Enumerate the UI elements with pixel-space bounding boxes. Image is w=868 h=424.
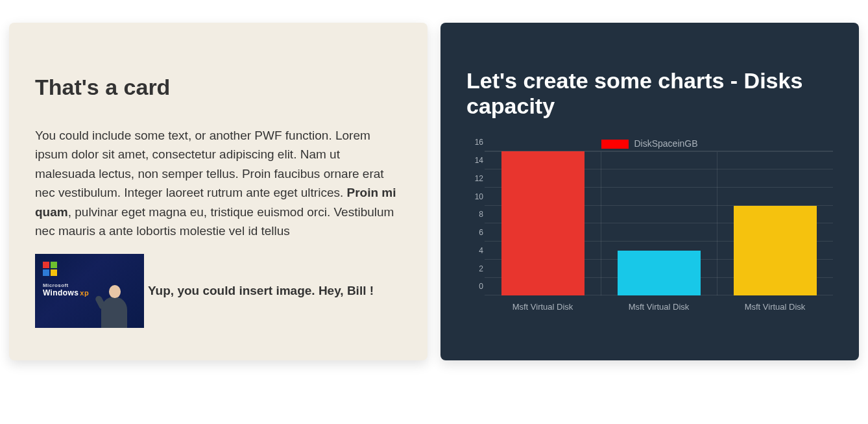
chart-bar-cell	[601, 152, 717, 295]
image-person-icon	[99, 282, 130, 328]
image-caption: Yup, you could insert image. Hey, Bill !	[148, 284, 374, 298]
chart-y-tick-label: 10	[475, 192, 483, 201]
chart-x-tick-label: Msft Virtual Disk	[601, 302, 717, 312]
chart-bar	[501, 151, 585, 295]
image-os-label: Microsoft Windowsxp	[43, 282, 89, 297]
chart-x-tick-label: Msft Virtual Disk	[717, 302, 833, 312]
card-title: That's a card	[35, 75, 402, 100]
chart-x-tick-label: Msft Virtual Disk	[485, 302, 601, 312]
chart-y-tick-label: 6	[479, 228, 483, 237]
chart-card: Let's create some charts - Disks capacit…	[440, 23, 859, 360]
chart-y-tick-label: 14	[475, 156, 483, 165]
chart-x-axis-labels: Msft Virtual DiskMsft Virtual DiskMsft V…	[485, 302, 833, 312]
page: That's a card You could include some tex…	[0, 0, 868, 386]
legend-label: DiskSpaceinGB	[634, 138, 697, 149]
image-line: Microsoft Windowsxp Yup, you could inser…	[35, 254, 402, 328]
text-card: That's a card You could include some tex…	[9, 23, 428, 360]
chart-bar-cell	[717, 152, 833, 295]
chart-y-axis-labels: 0246810121416	[466, 152, 483, 295]
image-os-word: Windows	[43, 288, 78, 297]
chart-y-tick-label: 8	[479, 210, 483, 219]
image-os-suffix: xp	[78, 289, 89, 297]
chart-title: Let's create some charts - Disks capacit…	[466, 68, 833, 119]
chart-y-tick-label: 0	[479, 282, 483, 291]
chart-bars	[485, 152, 833, 295]
card-body-pre: You could include some text, or another …	[35, 129, 384, 199]
chart: DiskSpaceinGB 0246810121416 Msft Virtual…	[466, 138, 833, 312]
chart-bar-cell	[485, 152, 601, 295]
chart-legend: DiskSpaceinGB	[466, 138, 833, 149]
legend-swatch	[601, 140, 629, 149]
chart-y-tick-label: 16	[475, 138, 483, 147]
chart-y-tick-label: 12	[475, 174, 483, 183]
inline-image: Microsoft Windowsxp	[35, 254, 144, 328]
card-body-post: , pulvinar eget magna eu, tristique euis…	[35, 205, 394, 238]
chart-y-tick-label: 2	[479, 264, 483, 273]
chart-y-tick-label: 4	[479, 246, 483, 255]
chart-plot-area: 0246810121416	[485, 151, 833, 295]
chart-bar	[734, 206, 817, 296]
card-body-text: You could include some text, or another …	[35, 126, 402, 241]
chart-bar	[618, 251, 701, 295]
